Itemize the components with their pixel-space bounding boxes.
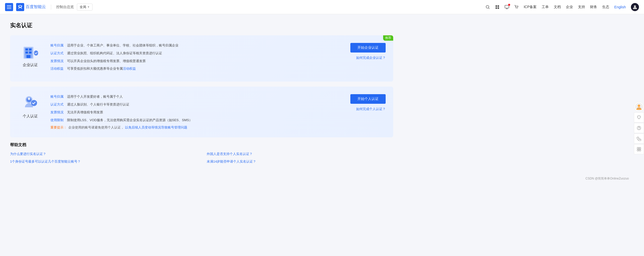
enterprise-content-2: 可以开具企业抬头的增值税专用发票、增值税普通发票 <box>67 59 146 64</box>
start-personal-auth-button[interactable]: 开始个人认证 <box>350 94 386 104</box>
personal-info-row-2: 发票情况 无法开具增值税专用发票 <box>50 110 335 115</box>
float-avatar[interactable] <box>634 102 644 112</box>
svg-rect-7 <box>496 7 497 9</box>
enterprise-auth-card: 推荐 企业认证 账号归属 适用于企业、个体工商户、事业单位、学校、社会团体等组织… <box>10 35 393 82</box>
personal-help-link[interactable]: 如何完成个人认证？ <box>356 107 386 111</box>
personal-label-3: 使用限制 <box>50 118 66 123</box>
warning-label: 重要提示： <box>50 125 67 130</box>
enterprise-card-info: 账号归属 适用于企业、个体工商户、事业单位、学校、社会团体等组织，账号归属企业 … <box>50 43 335 74</box>
float-heart-button[interactable] <box>634 112 644 122</box>
personal-auth-card: 个人认证 账号归属 适用于个人开发爱好者，账号属于个人 认证方式 通过人脸识别、… <box>10 87 393 137</box>
enterprise-content-3: 可享受低折扣和大额优惠券等企业专属 <box>67 66 123 71</box>
grid2-icon <box>637 147 641 151</box>
help-section: 帮助文档 为什么要进行实名认证？ 外国人是否支持个人实名认证？ 1个身份证号最多… <box>10 142 393 164</box>
enterprise-label-3: 活动权益 <box>50 66 66 71</box>
region-label: 全局 <box>80 5 86 9</box>
svg-point-11 <box>517 8 518 9</box>
svg-rect-18 <box>29 52 32 54</box>
svg-rect-6 <box>498 5 499 7</box>
finance-link[interactable]: 财务 <box>590 5 597 9</box>
svg-rect-27 <box>637 108 641 109</box>
svg-point-2 <box>18 6 19 7</box>
svg-rect-31 <box>639 147 641 149</box>
icp-link[interactable]: ICP备案 <box>524 5 537 9</box>
svg-rect-16 <box>29 48 32 50</box>
enterprise-card-label: 企业认证 <box>23 63 38 67</box>
personal-info-row-3: 使用限制 限制使用LSS、VOD服务，无法使用购买需企业实名认证的产品资源（如S… <box>50 118 335 123</box>
enterprise-content-1: 通过营业执照、组织机构代码证、法人身份证等相关资质进行认证 <box>67 51 162 56</box>
phone-icon <box>637 136 641 141</box>
enterprise-info-row-3: 活动权益 可享受低折扣和大额优惠券等企业专属 活动权益 <box>50 66 335 71</box>
personal-label-2: 发票情况 <box>50 110 66 115</box>
region-select[interactable]: 全局 ▼ <box>77 4 93 11</box>
docs-link[interactable]: 文档 <box>554 5 561 9</box>
personal-label-1: 认证方式 <box>50 102 66 107</box>
help-link-3[interactable]: 未满14岁能否申请个人实名认证？ <box>207 159 393 164</box>
search-icon <box>485 5 490 9</box>
float-phone-button[interactable] <box>634 134 644 144</box>
enterprise-label-1: 认证方式 <box>50 51 66 56</box>
enterprise-icon <box>21 43 39 61</box>
avatar[interactable] <box>631 3 639 11</box>
enterprise-info-row-1: 认证方式 通过营业执照、组织机构代码证、法人身份证等相关资质进行认证 <box>50 51 335 56</box>
personal-content-0: 适用于个人开发爱好者，账号属于个人 <box>67 94 123 99</box>
bottom-bar: CSDN @简简单单OnlineZuozuo <box>0 171 644 183</box>
personal-content-2: 无法开具增值税专用发票 <box>67 110 103 115</box>
apps-button[interactable] <box>495 5 500 9</box>
bottom-text: CSDN @简简单单OnlineZuozuo <box>586 177 629 180</box>
help-links-grid: 为什么要进行实名认证？ 外国人是否支持个人实名认证？ 1个身份证号最多可以认证几… <box>10 152 393 164</box>
svg-rect-30 <box>637 147 639 149</box>
svg-rect-32 <box>637 149 639 151</box>
enterprise-label-0: 账号归属 <box>50 43 66 48</box>
console-label: 控制台总览 <box>56 5 74 9</box>
warning-link[interactable]: 以免后续人员变动等情况导致账号管理问题 <box>125 125 187 129</box>
monitor-button[interactable] <box>505 5 509 9</box>
svg-rect-5 <box>496 5 497 7</box>
svg-point-10 <box>516 8 516 9</box>
enterprise-help-link[interactable]: 如何完成企业认证？ <box>356 56 386 60</box>
ticket-link[interactable]: 工单 <box>542 5 549 9</box>
header-right: ICP备案 工单 文档 企业 支持 财务 生态 English <box>485 3 639 11</box>
enterprise-activity-link[interactable]: 活动权益 <box>123 66 136 71</box>
svg-rect-20 <box>34 50 38 56</box>
enterprise-link[interactable]: 企业 <box>566 5 573 9</box>
svg-point-26 <box>638 105 640 107</box>
help-link-1[interactable]: 外国人是否支持个人实名认证？ <box>207 152 393 156</box>
cart-button[interactable] <box>514 5 519 9</box>
help-link-2[interactable]: 1个身份证号最多可以认证几个百度智能云账号？ <box>10 159 197 164</box>
search-button[interactable] <box>485 5 490 9</box>
grid-icon <box>495 5 500 9</box>
enterprise-icon-area: 企业认证 <box>18 43 43 67</box>
svg-rect-9 <box>505 5 509 8</box>
side-float-panel <box>634 102 644 154</box>
personal-card-info: 账号归属 适用于个人开发爱好者，账号属于个人 认证方式 通过人脸识别、个人银行卡… <box>50 94 335 130</box>
personal-icon-area: 个人认证 <box>18 94 43 119</box>
start-enterprise-auth-button[interactable]: 开始企业认证 <box>350 43 386 53</box>
svg-rect-33 <box>639 149 641 151</box>
header-left: 百度智能云 控制台总览 全局 ▼ <box>5 3 93 11</box>
chevron-down-icon: ▼ <box>87 6 90 8</box>
support-link[interactable]: 支持 <box>578 5 585 9</box>
svg-point-23 <box>28 97 30 100</box>
menu-button[interactable] <box>5 3 13 11</box>
float-help-button[interactable] <box>634 123 644 133</box>
warning-content: 企业使用的账号请避免使用个人认证， 以免后续人员变动等情况导致账号管理问题 <box>68 125 187 130</box>
help-link-0[interactable]: 为什么要进行实名认证？ <box>10 152 197 156</box>
svg-point-12 <box>634 5 636 7</box>
recommend-badge: 推荐 <box>383 35 393 41</box>
personal-info-row-0: 账号归属 适用于个人开发爱好者，账号属于个人 <box>50 94 335 99</box>
personal-label-0: 账号归属 <box>50 94 66 99</box>
personal-content-1: 通过人脸识别、个人银行卡等资质进行认证 <box>67 102 129 107</box>
language-switch[interactable]: English <box>614 5 626 9</box>
notification-badge <box>508 4 510 6</box>
ecosystem-link[interactable]: 生态 <box>602 5 609 9</box>
logo: 百度智能云 <box>16 3 46 11</box>
warning-text: 企业使用的账号请避免使用个人认证， <box>68 125 124 129</box>
float-grid-button[interactable] <box>634 144 644 154</box>
personal-icon <box>21 94 39 112</box>
svg-rect-17 <box>25 52 28 54</box>
baidu-cloud-logo-icon <box>16 3 24 11</box>
enterprise-label-2: 发票情况 <box>50 59 66 64</box>
enterprise-info-row-2: 发票情况 可以开具企业抬头的增值税专用发票、增值税普通发票 <box>50 59 335 64</box>
enterprise-content-0: 适用于企业、个体工商户、事业单位、学校、社会团体等组织，账号归属企业 <box>67 43 178 48</box>
